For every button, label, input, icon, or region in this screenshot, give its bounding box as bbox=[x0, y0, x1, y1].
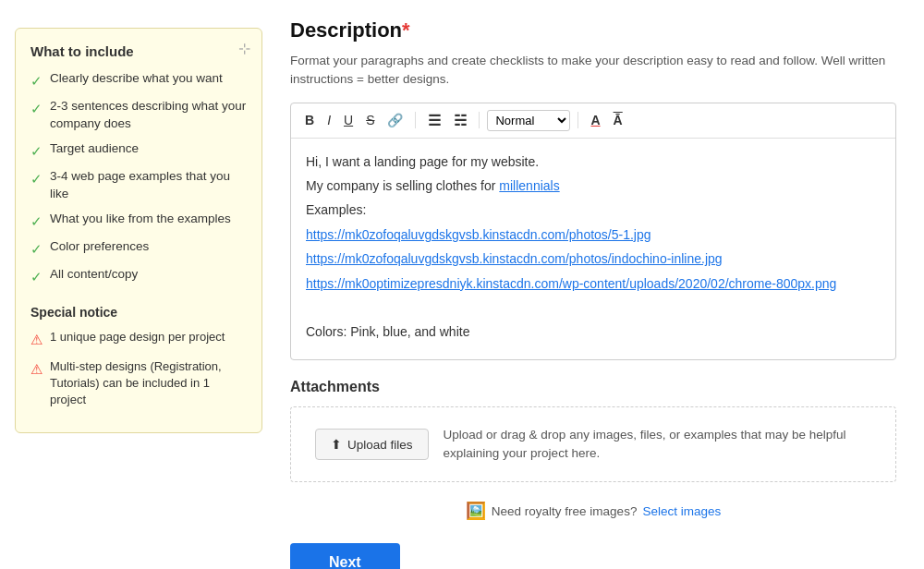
editor-line-2: My company is selling clothes for millen… bbox=[306, 176, 881, 196]
list-item: ✓ All content/copy bbox=[30, 266, 247, 286]
special-notice-title: Special notice bbox=[30, 305, 247, 320]
millennials-link[interactable]: millennials bbox=[499, 178, 559, 193]
warning-icon: ⚠ bbox=[30, 359, 43, 379]
check-icon: ✓ bbox=[30, 141, 43, 161]
list-item: ✓ Target audience bbox=[30, 140, 247, 161]
italic-button[interactable]: I bbox=[322, 110, 335, 131]
warning-icon: ⚠ bbox=[30, 330, 43, 349]
editor-line-3: Examples: bbox=[306, 200, 881, 220]
format-select[interactable]: Normal Heading 1 Heading 2 Heading 3 bbox=[487, 110, 570, 131]
required-marker: * bbox=[402, 18, 410, 42]
text-color-button[interactable]: A bbox=[586, 110, 604, 131]
editor-container: B I U S 🔗 ☰ ☵ Normal Heading 1 Heading 2… bbox=[290, 103, 896, 360]
toolbar-separator bbox=[578, 112, 578, 128]
toolbar-separator bbox=[415, 112, 416, 128]
upload-button[interactable]: ⬆ Upload files bbox=[315, 429, 429, 460]
sidebar: ⊹ What to include ✓ Clearly describe wha… bbox=[15, 28, 262, 433]
list-item: ✓ Color preferences bbox=[30, 238, 247, 259]
editor-link-1: https://mk0zofoqaluvgdskgvsb.kinstacdn.c… bbox=[306, 224, 881, 245]
toolbar-separator bbox=[479, 112, 480, 128]
check-icon: ✓ bbox=[30, 71, 43, 91]
attachments-box: ⬆ Upload files Upload or drag & drop any… bbox=[290, 406, 896, 483]
royalty-text: Need royalty free images? bbox=[492, 504, 638, 518]
upload-row: ⬆ Upload files Upload or drag & drop any… bbox=[300, 417, 886, 473]
example-link-1[interactable]: https://mk0zofoqaluvgdskgvsb.kinstacdn.c… bbox=[306, 227, 651, 242]
link-button[interactable]: 🔗 bbox=[383, 110, 407, 131]
strikethrough-button[interactable]: S bbox=[361, 110, 379, 131]
check-icon: ✓ bbox=[30, 169, 43, 188]
bold-button[interactable]: B bbox=[300, 110, 319, 131]
notice-list: ⚠ 1 unique page design per project ⚠ Mul… bbox=[30, 329, 247, 409]
description-subtitle: Format your paragraphs and create checkl… bbox=[290, 52, 896, 90]
upload-icon: ⬆ bbox=[331, 437, 342, 452]
list-item: ✓ Clearly describe what you want bbox=[30, 70, 247, 91]
check-icon: ✓ bbox=[30, 267, 43, 286]
editor-colors-line: Colors: Pink, blue, and white bbox=[306, 321, 881, 342]
notice-item: ⚠ Multi-step designs (Registration, Tuto… bbox=[30, 358, 247, 409]
editor-toolbar: B I U S 🔗 ☰ ☵ Normal Heading 1 Heading 2… bbox=[291, 103, 895, 139]
underline-button[interactable]: U bbox=[339, 110, 358, 131]
page-title: Description* bbox=[290, 18, 896, 42]
ordered-list-button[interactable]: ☰ bbox=[423, 109, 445, 132]
image-icon: 🖼️ bbox=[466, 501, 486, 521]
list-item: ✓ 3-4 web page examples that you like bbox=[30, 168, 247, 203]
main-content: Description* Format your paragraphs and … bbox=[262, 0, 924, 569]
unordered-list-button[interactable]: ☵ bbox=[449, 109, 471, 132]
drag-icon: ⊹ bbox=[238, 40, 250, 57]
editor-line-4 bbox=[306, 297, 881, 318]
notice-item: ⚠ 1 unique page design per project bbox=[30, 329, 247, 349]
check-icon: ✓ bbox=[30, 99, 43, 118]
editor-link-2: https://mk0zofoqaluvgdskgvsb.kinstacdn.c… bbox=[306, 248, 881, 269]
next-button[interactable]: Next bbox=[290, 543, 400, 569]
royalty-row: 🖼️ Need royalty free images? Select imag… bbox=[290, 501, 896, 521]
sidebar-title: What to include bbox=[30, 43, 247, 59]
list-item: ✓ 2-3 sentences describing what your com… bbox=[30, 98, 247, 133]
check-icon: ✓ bbox=[30, 239, 43, 259]
upload-description: Upload or drag & drop any images, files,… bbox=[444, 426, 871, 464]
example-link-2[interactable]: https://mk0zofoqaluvgdskgvsb.kinstacdn.c… bbox=[306, 251, 723, 266]
list-item: ✓ What you like from the examples bbox=[30, 211, 247, 231]
clear-format-button[interactable]: Ā bbox=[609, 110, 627, 131]
attachments-title: Attachments bbox=[290, 379, 896, 395]
editor-link-3: https://mk0optimizepresdniyk.kinstacdn.c… bbox=[306, 273, 881, 294]
check-icon: ✓ bbox=[30, 212, 43, 231]
select-images-link[interactable]: Select images bbox=[642, 504, 721, 518]
editor-line-1: Hi, I want a landing page for my website… bbox=[306, 151, 881, 172]
editor-body[interactable]: Hi, I want a landing page for my website… bbox=[291, 139, 895, 359]
example-link-3[interactable]: https://mk0optimizepresdniyk.kinstacdn.c… bbox=[306, 276, 836, 291]
checklist: ✓ Clearly describe what you want ✓ 2-3 s… bbox=[30, 70, 247, 286]
